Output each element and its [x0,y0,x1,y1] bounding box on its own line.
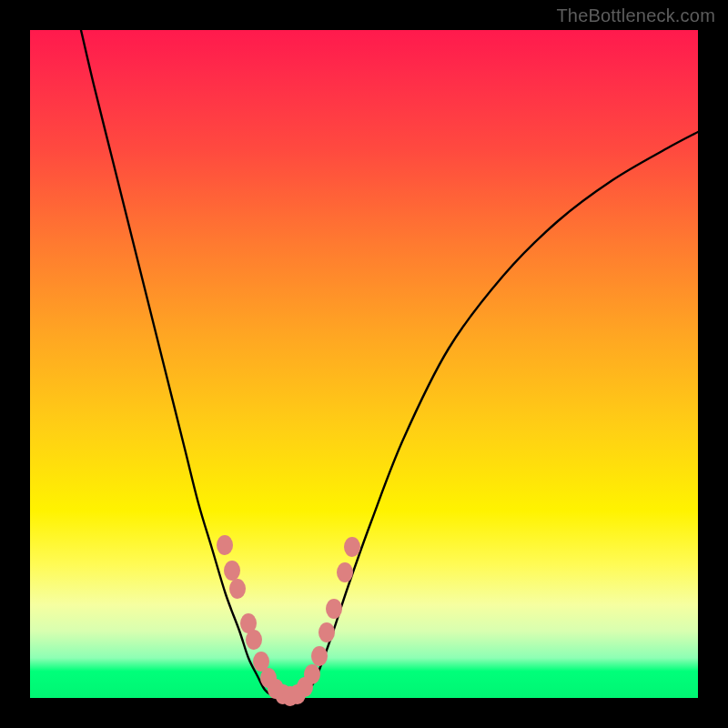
bead-marker [229,579,246,599]
chart-frame: TheBottleneck.com [0,0,728,728]
bead-marker [246,630,262,650]
plot-area [30,30,698,698]
bead-group [217,535,360,706]
bead-marker [311,646,328,666]
bead-marker [217,535,233,555]
bead-marker [326,599,342,619]
bead-marker [344,537,360,557]
bead-marker [224,561,240,581]
bead-marker [304,664,320,684]
bead-marker [318,622,335,642]
watermark-text: TheBottleneck.com [556,5,715,26]
curve-group [81,30,698,698]
bottleneck-curve [30,30,698,698]
curve-path [81,30,698,698]
bead-marker [337,562,353,582]
